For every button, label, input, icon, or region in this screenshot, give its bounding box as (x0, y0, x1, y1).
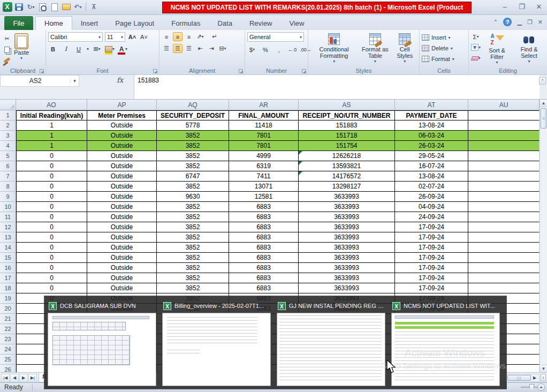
cell-AQ4[interactable]: 3852 (157, 141, 229, 151)
tab-split-handle[interactable]: I (541, 374, 546, 381)
cell-AP16[interactable]: Outside (87, 263, 157, 273)
row-header-22[interactable]: 22 (0, 324, 16, 334)
help-icon[interactable]: ? (503, 18, 512, 26)
cell-AO7[interactable]: 0 (16, 171, 87, 182)
minimize-button[interactable]: – (500, 3, 510, 11)
row-header-25[interactable]: 25 (0, 355, 16, 365)
cell-AP18[interactable]: Outside (87, 283, 157, 293)
minimize-ribbon-icon[interactable]: ⌃ (493, 19, 498, 26)
row-header-8[interactable]: 8 (0, 182, 16, 192)
row-header-18[interactable]: 18 (0, 283, 16, 293)
cell-AQ16[interactable]: 3852 (157, 263, 229, 273)
cell-AT7[interactable]: 13-08-24 (395, 171, 468, 182)
zoom-handle[interactable] (529, 384, 534, 391)
zoom-in-icon[interactable]: + (537, 383, 545, 391)
undo-icon[interactable]: ↶▾ (73, 2, 83, 12)
cell-AO2[interactable]: 1 (16, 120, 87, 131)
row-header-1[interactable]: 1 (0, 110, 16, 120)
open-folder-icon[interactable] (61, 2, 71, 12)
cell-AR7[interactable]: 7411 (229, 171, 299, 182)
next-sheet-icon[interactable]: ▶ (19, 374, 28, 382)
taskbar-thumbnail-4[interactable]: XNCMS NOT UPDATED LIST WIT... (391, 299, 500, 386)
cell-AP15[interactable]: Outside (87, 253, 157, 263)
row-header-4[interactable]: 4 (0, 141, 16, 151)
tab-insert[interactable]: Insert (72, 16, 107, 30)
cell-AU9[interactable] (468, 192, 540, 202)
paste-button[interactable]: Paste▾ (12, 32, 31, 65)
italic-button[interactable]: I (61, 44, 71, 54)
cell-AP5[interactable]: Outside (87, 151, 157, 161)
vertical-scroll-thumb[interactable] (541, 108, 546, 129)
shrink-font-icon[interactable]: A˅ (139, 33, 149, 42)
orientation-icon[interactable]: ⇗▾ (195, 32, 205, 41)
cell-AR5[interactable]: 4999 (229, 151, 299, 161)
number-dialog-launcher-icon[interactable] (302, 69, 306, 73)
cell-AO8[interactable]: 0 (16, 182, 87, 192)
first-sheet-icon[interactable]: |◀ (1, 374, 10, 382)
insert-cells-button[interactable]: Insert▾ (422, 32, 466, 43)
print-preview-icon[interactable] (37, 2, 48, 12)
increase-decimal-icon[interactable]: ←.0 (287, 45, 297, 54)
horizontal-scrollbar[interactable]: ||| ▶ (506, 374, 540, 382)
cell-AP2[interactable]: Outside (87, 120, 157, 131)
cell-AQ10[interactable]: 3852 (157, 202, 229, 212)
fill-icon[interactable]: ▼▾ (471, 43, 481, 52)
cell-AR18[interactable]: 6883 (229, 283, 299, 293)
cell-AR3[interactable]: 7801 (229, 131, 299, 141)
cell-AR15[interactable]: 6883 (229, 253, 299, 263)
tab-review[interactable]: Review (241, 16, 281, 30)
cell-AO4[interactable]: 1 (16, 141, 87, 151)
find-select-button[interactable]: Find & Select▾ (513, 32, 545, 66)
select-all-corner[interactable] (0, 100, 16, 110)
cell-AP12[interactable]: Outside (87, 222, 157, 232)
cell-AU14[interactable] (468, 243, 540, 253)
alignment-dialog-launcher-icon[interactable] (239, 69, 243, 73)
horizontal-scroll-thumb[interactable]: ||| (507, 375, 531, 381)
tab-home[interactable]: Home (35, 16, 72, 30)
conditional-formatting-button[interactable]: Conditional Formatting▾ (310, 32, 358, 65)
wrap-text-icon[interactable]: ↵ (210, 32, 219, 41)
cell-AT16[interactable]: 17-09-24 (395, 263, 468, 273)
cell-AT12[interactable]: 17-09-24 (395, 222, 468, 232)
cell-AU18[interactable] (468, 283, 540, 293)
cell-AR16[interactable]: 6883 (229, 263, 299, 273)
formula-input[interactable]: 151883 (134, 75, 540, 99)
cell-AQ14[interactable]: 3852 (157, 243, 229, 253)
number-format-select[interactable]: General▾ (247, 32, 304, 42)
cell-AP1[interactable]: Meter Premises (87, 110, 157, 120)
row-header-19[interactable]: 19 (0, 293, 16, 304)
row-header-9[interactable]: 9 (0, 192, 16, 202)
cell-AS14[interactable]: 3633993 (299, 243, 395, 253)
column-header-au[interactable]: AU (468, 100, 540, 110)
redo-icon[interactable]: ↻▾ (26, 2, 36, 12)
clipboard-dialog-launcher-icon[interactable] (40, 69, 44, 73)
align-bottom-icon[interactable]: ≡ (184, 32, 194, 41)
new-document-icon[interactable] (49, 2, 59, 12)
cell-AO16[interactable]: 0 (16, 263, 87, 273)
scroll-up-icon[interactable]: ▲ (540, 100, 547, 107)
scroll-down-icon[interactable]: ▼ (540, 365, 547, 372)
align-top-icon[interactable]: ≡ (162, 32, 171, 41)
cell-AP3[interactable]: Outside (87, 131, 157, 141)
cell-AR12[interactable]: 6883 (229, 222, 299, 232)
increase-indent-icon[interactable]: ⇥ (207, 44, 216, 53)
workbook-restore-icon[interactable]: ❐ (527, 19, 533, 26)
autosum-icon[interactable]: Σ▾ (471, 32, 481, 41)
thumbnail-preview[interactable] (391, 313, 500, 386)
row-header-3[interactable]: 3 (0, 131, 16, 141)
cell-AO14[interactable]: 0 (16, 243, 87, 253)
column-header-as[interactable]: AS (299, 100, 395, 110)
cell-AQ13[interactable]: 3852 (157, 232, 229, 243)
cell-AU8[interactable] (468, 182, 540, 192)
cell-AU10[interactable] (468, 202, 540, 212)
row-header-5[interactable]: 5 (0, 151, 16, 161)
cell-AO6[interactable]: 0 (16, 161, 87, 171)
delete-cells-button[interactable]: Delete▾ (422, 43, 466, 54)
cell-AQ18[interactable]: 3852 (157, 283, 229, 293)
cell-AT10[interactable]: 04-09-24 (395, 202, 468, 212)
cell-AO17[interactable]: 0 (16, 273, 87, 283)
cell-AR9[interactable]: 12581 (229, 192, 299, 202)
column-header-ap[interactable]: AP (87, 100, 157, 110)
cell-AU5[interactable] (468, 151, 540, 161)
tab-formulas[interactable]: Formulas (163, 16, 209, 30)
